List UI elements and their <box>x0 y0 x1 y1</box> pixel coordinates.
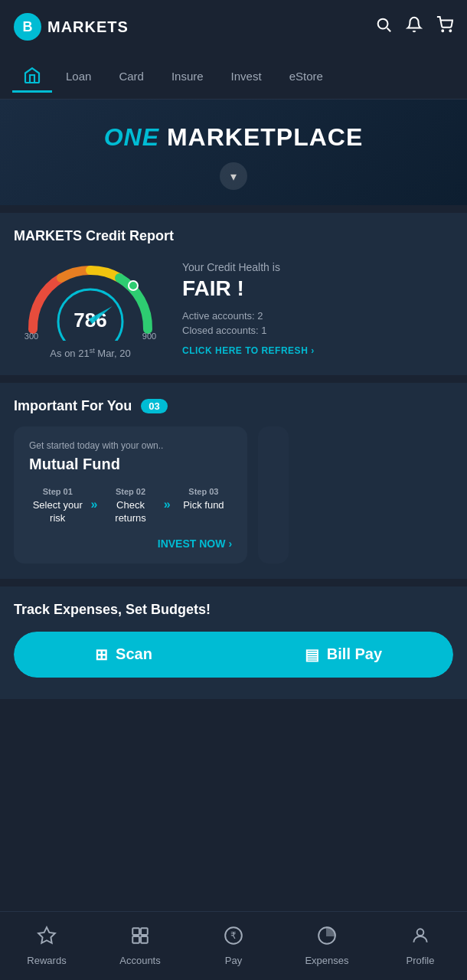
track-title: Track Expenses, Set Budgets! <box>14 602 453 618</box>
svg-point-9 <box>129 281 138 290</box>
credit-report-section: MARKETS Credit Report 786 300 <box>0 213 467 374</box>
logo-text: MARKETS <box>47 18 129 36</box>
cards-scroll: Get started today with your own.. Mutual… <box>14 426 453 564</box>
important-badge: 03 <box>141 399 167 413</box>
step-arrow-1: » <box>90 498 97 511</box>
fund-card-title: Mutual Fund <box>29 456 232 473</box>
step-3: Step 03 Pick fund <box>175 487 232 512</box>
svg-text:₹: ₹ <box>230 930 237 941</box>
step-arrow-2: » <box>164 498 171 511</box>
svg-text:900: 900 <box>142 332 156 341</box>
nav-invest[interactable]: Invest <box>217 64 276 89</box>
svg-rect-11 <box>132 928 139 935</box>
important-section: Important For You 03 Get started today w… <box>0 383 467 579</box>
svg-rect-14 <box>141 936 148 943</box>
gauge-wrap: 786 300 900 As on 21st Mar, 20 <box>14 256 167 359</box>
profile-label: Profile <box>407 955 435 966</box>
expenses-label: Expenses <box>305 955 348 966</box>
nav-home[interactable] <box>12 60 52 93</box>
accounts-label: Accounts <box>119 955 160 966</box>
mutual-fund-card: Get started today with your own.. Mutual… <box>14 426 247 564</box>
svg-rect-12 <box>141 928 148 935</box>
nav-estore[interactable]: eStore <box>276 64 337 89</box>
pay-label: Pay <box>225 955 242 966</box>
svg-text:300: 300 <box>24 332 38 341</box>
credit-info: Your Credit Health is FAIR ! Active acco… <box>182 261 453 356</box>
scan-button[interactable]: ⊞ Scan <box>14 632 234 678</box>
scan-label: Scan <box>116 645 152 663</box>
refresh-link[interactable]: CLICK HERE TO REFRESH › <box>182 345 453 356</box>
hero-marketplace: MARKETPLACE <box>167 123 363 151</box>
hero-chevron-button[interactable]: ▾ <box>220 162 247 190</box>
track-section: Track Expenses, Set Budgets! ⊞ Scan ▤ Bi… <box>0 586 467 699</box>
gauge-chart: 786 300 900 <box>18 256 163 341</box>
nav-insure[interactable]: Insure <box>158 64 217 89</box>
bottom-nav-expenses[interactable]: Expenses <box>280 912 374 980</box>
header: B MARKETS <box>0 0 467 54</box>
step-2: Step 02 Check returns <box>102 487 158 525</box>
hero-title: ONE MARKETPLACE <box>15 122 452 152</box>
credit-status: FAIR ! <box>182 276 453 301</box>
credit-active-accounts: Active accounts: 2 <box>182 310 453 322</box>
credit-report-title: MARKETS Credit Report <box>14 228 453 244</box>
steps-row: Step 01 Select your risk » Step 02 Check… <box>29 487 232 525</box>
cart-icon[interactable] <box>436 16 453 38</box>
bill-icon: ▤ <box>305 645 319 664</box>
gauge-date: As on 21st Mar, 20 <box>50 347 130 359</box>
bottom-nav-accounts[interactable]: Accounts <box>93 912 187 980</box>
svg-line-1 <box>387 28 391 32</box>
bill-label: Bill Pay <box>327 645 382 663</box>
hero-one: ONE <box>104 123 159 151</box>
logo-icon: B <box>14 13 41 41</box>
bill-pay-button[interactable]: ▤ Bill Pay <box>234 632 453 678</box>
invest-now-button[interactable]: INVEST NOW › <box>29 537 232 550</box>
svg-rect-13 <box>132 936 139 943</box>
svg-point-3 <box>449 30 451 31</box>
svg-marker-10 <box>38 927 55 943</box>
expenses-icon <box>317 926 337 950</box>
important-header: Important For You 03 <box>14 398 453 414</box>
scan-bill-row: ⊞ Scan ▤ Bill Pay <box>14 632 453 678</box>
svg-point-18 <box>417 929 424 936</box>
search-icon[interactable] <box>375 16 392 38</box>
nav-card[interactable]: Card <box>105 64 158 89</box>
rewards-label: Rewards <box>27 955 66 966</box>
svg-point-2 <box>442 30 443 31</box>
bottom-nav: Rewards Accounts ₹ Pay Expenses <box>0 911 467 980</box>
top-nav: Loan Card Insure Invest eStore <box>0 54 467 100</box>
scan-icon: ⊞ <box>95 645 108 664</box>
header-icons <box>375 16 453 38</box>
bottom-nav-pay[interactable]: ₹ Pay <box>187 912 280 980</box>
logo-area: B MARKETS <box>14 13 129 41</box>
pay-icon: ₹ <box>224 926 243 950</box>
step-1: Step 01 Select your risk <box>29 487 86 525</box>
important-title: Important For You <box>14 398 132 414</box>
hero-banner: ONE MARKETPLACE ▾ <box>0 100 467 205</box>
credit-health-label: Your Credit Health is <box>182 261 453 273</box>
accounts-icon <box>130 926 150 950</box>
nav-loan[interactable]: Loan <box>52 64 105 89</box>
profile-icon <box>410 926 430 950</box>
fund-card-subtitle: Get started today with your own.. <box>29 440 232 451</box>
rewards-icon <box>37 926 57 950</box>
credit-closed-accounts: Closed accounts: 1 <box>182 325 453 336</box>
bottom-nav-rewards[interactable]: Rewards <box>0 912 93 980</box>
credit-content: 786 300 900 As on 21st Mar, 20 Your Cred… <box>14 256 453 359</box>
bell-icon[interactable] <box>406 16 423 38</box>
svg-point-0 <box>378 19 388 29</box>
bottom-nav-profile[interactable]: Profile <box>374 912 467 980</box>
